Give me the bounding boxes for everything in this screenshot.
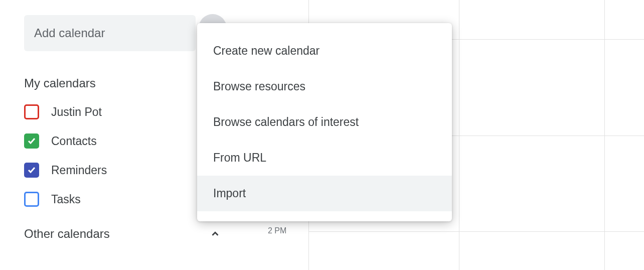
grid-vertical-line bbox=[459, 0, 459, 270]
calendar-label: Justin Pot bbox=[51, 105, 102, 119]
add-calendar-popup: Create new calendar Browse resources Bro… bbox=[197, 23, 452, 221]
checkbox-reminders[interactable] bbox=[24, 163, 39, 178]
time-label: 2 PM bbox=[268, 226, 286, 235]
checkmark-icon bbox=[27, 136, 37, 146]
popup-item-browse-resources[interactable]: Browse resources bbox=[197, 69, 452, 104]
popup-item-browse-calendars-of-interest[interactable]: Browse calendars of interest bbox=[197, 104, 452, 140]
checkbox-tasks[interactable] bbox=[24, 192, 39, 207]
calendar-label: Contacts bbox=[51, 134, 97, 148]
checkmark-icon bbox=[27, 165, 37, 175]
checkbox-contacts[interactable] bbox=[24, 133, 39, 149]
popup-item-from-url[interactable]: From URL bbox=[197, 140, 452, 176]
sidebar: My calendars Justin Pot Contacts Reminde… bbox=[0, 0, 231, 255]
chevron-up-icon[interactable] bbox=[210, 228, 221, 239]
other-calendars-label: Other calendars bbox=[24, 227, 110, 241]
calendar-label: Reminders bbox=[51, 164, 107, 177]
grid-horizontal-line bbox=[308, 231, 644, 232]
calendar-label: Tasks bbox=[51, 193, 81, 206]
popup-item-create-new-calendar[interactable]: Create new calendar bbox=[197, 33, 452, 69]
add-calendar-input[interactable] bbox=[24, 15, 196, 51]
checkbox-justin-pot[interactable] bbox=[24, 104, 39, 119]
popup-item-import[interactable]: Import bbox=[197, 176, 452, 211]
grid-vertical-line bbox=[604, 0, 605, 270]
other-calendars-header[interactable]: Other calendars bbox=[24, 227, 221, 241]
